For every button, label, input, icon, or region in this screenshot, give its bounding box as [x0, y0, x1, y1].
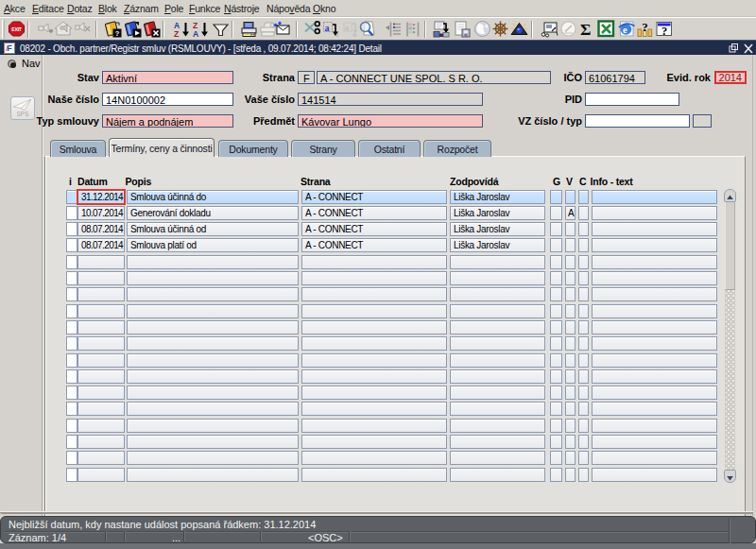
- svg-text:a: a: [345, 23, 350, 32]
- svg-text:?: ?: [115, 29, 120, 38]
- svg-text:a: a: [335, 30, 339, 39]
- svg-text:Σ: Σ: [580, 20, 591, 39]
- svg-text:a: a: [325, 23, 330, 33]
- svg-text:e: e: [623, 25, 627, 35]
- svg-text:?: ?: [662, 25, 667, 38]
- svg-text:EXIT: EXIT: [11, 26, 22, 32]
- svg-text:?: ?: [642, 20, 648, 34]
- svg-text:Z: Z: [174, 29, 179, 39]
- svg-text:A: A: [193, 29, 198, 39]
